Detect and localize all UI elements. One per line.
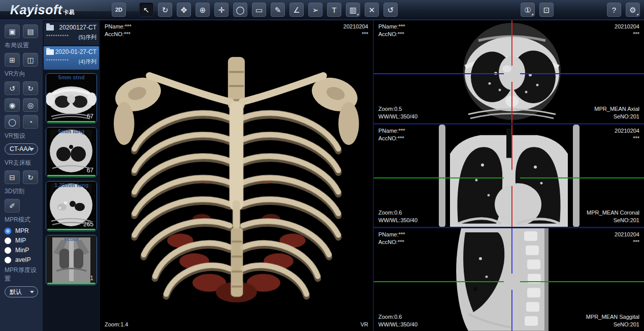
- delete-icon: ✕: [369, 6, 375, 14]
- 3d-cut-label: 3D切割: [5, 187, 38, 196]
- delete-annotation-button[interactable]: ✕: [365, 3, 379, 17]
- vr-foot-view-button[interactable]: ◔: [23, 115, 38, 129]
- measure-button[interactable]: ✎: [271, 3, 285, 17]
- angle-button[interactable]: ∠: [289, 3, 304, 17]
- radio-label: MIP: [15, 237, 26, 244]
- mpr-mode-radio-mip[interactable]: MIP: [5, 237, 38, 244]
- angle-icon: ∠: [293, 6, 300, 14]
- series-thumbnail-5mm-stnd[interactable]: 5mm stnd 67: [46, 73, 97, 124]
- grid-split-icon: ◫: [27, 56, 34, 64]
- radio-icon: [5, 247, 11, 254]
- thumbnail-label: scout: [46, 236, 96, 242]
- mpr-thickness-select[interactable]: 默认: [5, 286, 38, 297]
- series-thumbnail-125mm-lung[interactable]: 1.25mm lung 265: [46, 181, 97, 231]
- report-button[interactable]: ▤: [23, 24, 38, 38]
- grid-2x2-button[interactable]: ⊞: [5, 53, 20, 67]
- mpr-mode-radio-mpr[interactable]: MPR: [5, 227, 38, 234]
- mpr-thickness-label: MPR厚度设置: [5, 266, 38, 283]
- study-item-20200127[interactable]: 20200127-CT ********** (5)序列: [44, 22, 99, 45]
- arrow-annotation-button[interactable]: ➢: [308, 3, 323, 17]
- vr-viewport[interactable]: PName:*** AccNO:*** 20210204 *** Zoom:1.…: [100, 20, 374, 331]
- scalpel-button[interactable]: ✐: [5, 199, 20, 213]
- sagittal-ct-slice: [374, 228, 644, 331]
- thumbnail-image-count: 67: [87, 167, 93, 174]
- window-level-icon: ▥: [349, 6, 357, 14]
- sagittal-viewport[interactable]: PName:*** AccNO:*** 20210204 *** Zoom:0.…: [374, 228, 644, 331]
- zoom-in-button[interactable]: ⊕: [196, 3, 210, 17]
- vr-head-view-button[interactable]: ◯: [5, 115, 20, 129]
- restore-bed-button[interactable]: ↻: [23, 170, 38, 184]
- series-panel: 20200127-CT ********** (5)序列 2020-01-27-…: [43, 20, 100, 331]
- vr-pname: PName:***: [105, 23, 132, 31]
- thumbnail-image-count: 67: [87, 113, 93, 120]
- toolbar-far-right-group: ? ⚙: [607, 3, 640, 17]
- vr-bed-removal-label: VR去床板: [5, 159, 38, 167]
- tool-sidebar: ▣ ▤ 布局设置 ⊞ ◫ VR方向 ↺ ↻ ◉ ◎ ◯ ◔ VR预设: [0, 20, 43, 331]
- thumbnail-progress-bar: [47, 121, 95, 123]
- image-info-icon: ①: [524, 6, 531, 14]
- grid-split-button[interactable]: ◫: [23, 53, 38, 67]
- rect-roi-button[interactable]: ▭: [252, 3, 266, 17]
- folder-icon: [46, 25, 54, 31]
- vr-back-view-button[interactable]: ◎: [23, 98, 38, 112]
- logo-suffix: 卡易: [63, 9, 75, 16]
- app-header: Kayisoft 卡易 2D ↖ ↻ ✥ ⊕ ✛ ◯ ▭ ✎ ∠ ➢ T ▥ ✕…: [0, 0, 644, 19]
- vr-front-view-button[interactable]: ◉: [5, 98, 20, 112]
- crosshair-button[interactable]: ✛: [214, 3, 229, 17]
- thumbnail-label: 5mm lung: [46, 128, 96, 134]
- 2d-layout-button[interactable]: 2D: [112, 3, 126, 17]
- vr-head-view-icon: ◯: [8, 118, 16, 126]
- rotate-3d-icon: ↻: [162, 6, 169, 14]
- ellipse-roi-button[interactable]: ◯: [233, 3, 247, 17]
- logo-text: Kayisoft: [10, 3, 62, 17]
- study-item-2020-01-27[interactable]: 2020-01-27-CT ********** (4)序列: [44, 46, 99, 70]
- coronal-viewport[interactable]: PName:*** AccNO:*** 20210204 *** Zoom:0.…: [374, 125, 644, 229]
- thumbnail-label: 5mm stnd: [46, 74, 96, 80]
- thumbnail-progress-bar: [47, 283, 95, 284]
- save-button[interactable]: ⊡: [539, 3, 554, 17]
- mpr-mode-radio-aveip[interactable]: aveIP: [5, 256, 38, 263]
- patient-id-masked: **********: [46, 34, 69, 41]
- folder-open-icon: [46, 49, 54, 55]
- vr-date: 20210204: [343, 23, 368, 31]
- reset-view-button[interactable]: ↺: [383, 3, 398, 17]
- vr-study-overlay: 20210204 ***: [343, 23, 368, 38]
- study-title: 20200127-CT: [54, 24, 96, 31]
- measure-icon: ✎: [275, 6, 281, 14]
- help-button[interactable]: ?: [607, 3, 621, 17]
- arrow-annotation-icon: ➢: [312, 6, 319, 14]
- vr-patient-overlay: PName:*** AccNO:***: [105, 23, 132, 38]
- remove-bed-button[interactable]: ⊟: [5, 170, 20, 184]
- vr-preset-select[interactable]: CT-AAA: [5, 143, 38, 155]
- save-icon: ⊡: [543, 6, 550, 14]
- thumbnail-progress-bar: [47, 229, 95, 230]
- settings-button[interactable]: ⚙: [626, 3, 640, 17]
- app-logo: Kayisoft 卡易: [3, 3, 103, 17]
- axial-viewport[interactable]: PName:*** AccNO:*** 20210204 *** Zoom:0.…: [374, 20, 644, 125]
- vr-back-view-icon: ◎: [27, 101, 34, 109]
- thumbnail-progress-bar: [47, 175, 95, 176]
- series-thumbnail-5mm-lung[interactable]: 5mm lung 67: [46, 127, 97, 177]
- vr-preset-value: CT-AAA: [10, 145, 31, 153]
- vr-front-view-icon: ◉: [9, 101, 15, 109]
- cursor-tool-button[interactable]: ↖: [139, 3, 153, 17]
- rect-roi-icon: ▭: [255, 6, 263, 14]
- restore-bed-icon: ↻: [27, 173, 34, 182]
- ellipse-roi-icon: ◯: [236, 6, 245, 14]
- thumbnail-image-count: 1: [90, 275, 93, 282]
- pan-icon: ✥: [181, 6, 187, 14]
- remove-bed-icon: ⊟: [9, 173, 15, 182]
- rotate-3d-button[interactable]: ↻: [158, 3, 172, 17]
- mpr-mode-radio-minp[interactable]: MinP: [5, 247, 38, 254]
- vr-direction-label: VR方向: [5, 70, 38, 78]
- vr-rotate-left-button[interactable]: ↺: [5, 81, 20, 95]
- pan-button[interactable]: ✥: [177, 3, 191, 17]
- axial-ct-slice: [374, 20, 644, 123]
- patient-id-masked: **********: [46, 58, 69, 66]
- layout-screen-button[interactable]: ▣: [5, 24, 20, 38]
- window-level-button[interactable]: ▥: [346, 3, 360, 17]
- vr-rotate-right-button[interactable]: ↻: [23, 81, 38, 95]
- text-annotation-button[interactable]: T: [327, 3, 341, 17]
- image-info-button[interactable]: ①: [521, 3, 535, 17]
- series-thumbnail-scout[interactable]: scout 1: [46, 235, 97, 285]
